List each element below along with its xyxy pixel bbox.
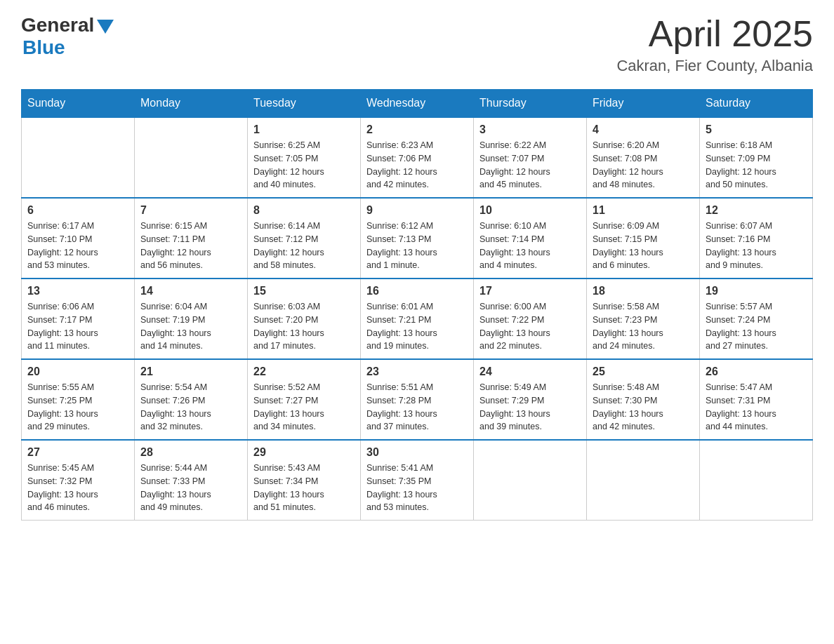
day-number: 22 <box>253 365 355 378</box>
column-header-tuesday: Tuesday <box>248 90 361 118</box>
calendar-cell <box>135 117 248 198</box>
month-title: April 2025 <box>616 14 813 54</box>
day-info: Sunrise: 5:44 AM Sunset: 7:33 PM Dayligh… <box>140 462 241 514</box>
day-number: 25 <box>593 365 694 378</box>
week-row-2: 6Sunrise: 6:17 AM Sunset: 7:10 PM Daylig… <box>22 198 813 279</box>
calendar-cell: 14Sunrise: 6:04 AM Sunset: 7:19 PM Dayli… <box>135 279 248 359</box>
logo-blue-text: Blue <box>22 36 65 59</box>
calendar-cell: 30Sunrise: 5:41 AM Sunset: 7:35 PM Dayli… <box>361 440 474 521</box>
day-info: Sunrise: 5:49 AM Sunset: 7:29 PM Dayligh… <box>479 381 581 434</box>
day-number: 5 <box>706 123 807 136</box>
day-number: 4 <box>593 123 694 136</box>
calendar-cell: 15Sunrise: 6:03 AM Sunset: 7:20 PM Dayli… <box>248 279 361 359</box>
day-info: Sunrise: 6:17 AM Sunset: 7:10 PM Dayligh… <box>27 220 128 272</box>
calendar-cell: 4Sunrise: 6:20 AM Sunset: 7:08 PM Daylig… <box>587 117 700 198</box>
day-info: Sunrise: 6:25 AM Sunset: 7:05 PM Dayligh… <box>253 139 355 192</box>
day-number: 6 <box>27 204 128 217</box>
calendar-cell: 1Sunrise: 6:25 AM Sunset: 7:05 PM Daylig… <box>248 117 361 198</box>
calendar-cell: 8Sunrise: 6:14 AM Sunset: 7:12 PM Daylig… <box>248 198 361 279</box>
location-subtitle: Cakran, Fier County, Albania <box>616 57 813 75</box>
column-header-saturday: Saturday <box>700 90 813 118</box>
calendar-cell: 18Sunrise: 5:58 AM Sunset: 7:23 PM Dayli… <box>587 279 700 359</box>
calendar-cell: 9Sunrise: 6:12 AM Sunset: 7:13 PM Daylig… <box>361 198 474 279</box>
day-info: Sunrise: 6:07 AM Sunset: 7:16 PM Dayligh… <box>706 220 807 272</box>
calendar-cell: 5Sunrise: 6:18 AM Sunset: 7:09 PM Daylig… <box>700 117 813 198</box>
day-info: Sunrise: 5:45 AM Sunset: 7:32 PM Dayligh… <box>27 462 128 514</box>
day-info: Sunrise: 5:55 AM Sunset: 7:25 PM Dayligh… <box>27 381 128 434</box>
day-info: Sunrise: 6:00 AM Sunset: 7:22 PM Dayligh… <box>479 300 581 353</box>
day-number: 21 <box>140 365 241 378</box>
calendar-cell: 25Sunrise: 5:48 AM Sunset: 7:30 PM Dayli… <box>587 359 700 440</box>
calendar-cell: 2Sunrise: 6:23 AM Sunset: 7:06 PM Daylig… <box>361 117 474 198</box>
day-info: Sunrise: 6:06 AM Sunset: 7:17 PM Dayligh… <box>27 300 128 353</box>
day-number: 28 <box>140 446 241 459</box>
calendar-cell: 22Sunrise: 5:52 AM Sunset: 7:27 PM Dayli… <box>248 359 361 440</box>
day-info: Sunrise: 6:09 AM Sunset: 7:15 PM Dayligh… <box>593 220 694 272</box>
day-number: 15 <box>253 285 355 297</box>
day-number: 19 <box>706 285 807 297</box>
calendar-cell <box>587 440 700 521</box>
column-header-wednesday: Wednesday <box>361 90 474 118</box>
column-header-thursday: Thursday <box>474 90 587 118</box>
calendar-cell: 28Sunrise: 5:44 AM Sunset: 7:33 PM Dayli… <box>135 440 248 521</box>
day-number: 14 <box>140 285 241 297</box>
calendar-cell: 19Sunrise: 5:57 AM Sunset: 7:24 PM Dayli… <box>700 279 813 359</box>
calendar-cell: 23Sunrise: 5:51 AM Sunset: 7:28 PM Dayli… <box>361 359 474 440</box>
day-info: Sunrise: 5:54 AM Sunset: 7:26 PM Dayligh… <box>140 381 241 434</box>
day-info: Sunrise: 5:52 AM Sunset: 7:27 PM Dayligh… <box>253 381 355 434</box>
day-info: Sunrise: 5:47 AM Sunset: 7:31 PM Dayligh… <box>706 381 807 434</box>
day-number: 8 <box>253 204 355 217</box>
week-row-5: 27Sunrise: 5:45 AM Sunset: 7:32 PM Dayli… <box>22 440 813 521</box>
calendar-cell: 21Sunrise: 5:54 AM Sunset: 7:26 PM Dayli… <box>135 359 248 440</box>
day-info: Sunrise: 5:51 AM Sunset: 7:28 PM Dayligh… <box>366 381 468 434</box>
calendar-cell: 11Sunrise: 6:09 AM Sunset: 7:15 PM Dayli… <box>587 198 700 279</box>
day-info: Sunrise: 6:22 AM Sunset: 7:07 PM Dayligh… <box>479 139 581 192</box>
day-info: Sunrise: 6:04 AM Sunset: 7:19 PM Dayligh… <box>140 300 241 353</box>
calendar-cell: 27Sunrise: 5:45 AM Sunset: 7:32 PM Dayli… <box>22 440 135 521</box>
calendar-cell <box>700 440 813 521</box>
day-number: 11 <box>593 204 694 217</box>
day-info: Sunrise: 6:18 AM Sunset: 7:09 PM Dayligh… <box>706 139 807 192</box>
calendar-cell <box>474 440 587 521</box>
day-number: 3 <box>479 123 581 136</box>
day-number: 17 <box>479 285 581 297</box>
page-header: General Blue April 2025 Cakran, Fier Cou… <box>21 14 813 75</box>
day-number: 16 <box>366 285 468 297</box>
calendar-cell: 6Sunrise: 6:17 AM Sunset: 7:10 PM Daylig… <box>22 198 135 279</box>
day-number: 9 <box>366 204 468 217</box>
logo: General Blue <box>21 14 114 59</box>
day-info: Sunrise: 6:14 AM Sunset: 7:12 PM Dayligh… <box>253 220 355 272</box>
day-number: 26 <box>706 365 807 378</box>
day-number: 24 <box>479 365 581 378</box>
calendar-cell: 10Sunrise: 6:10 AM Sunset: 7:14 PM Dayli… <box>474 198 587 279</box>
logo-triangle-icon <box>97 20 114 34</box>
calendar-cell <box>22 117 135 198</box>
day-number: 7 <box>140 204 241 217</box>
calendar-cell: 24Sunrise: 5:49 AM Sunset: 7:29 PM Dayli… <box>474 359 587 440</box>
day-info: Sunrise: 6:10 AM Sunset: 7:14 PM Dayligh… <box>479 220 581 272</box>
day-number: 29 <box>253 446 355 459</box>
week-row-3: 13Sunrise: 6:06 AM Sunset: 7:17 PM Dayli… <box>22 279 813 359</box>
day-info: Sunrise: 6:03 AM Sunset: 7:20 PM Dayligh… <box>253 300 355 353</box>
day-number: 12 <box>706 204 807 217</box>
day-info: Sunrise: 5:57 AM Sunset: 7:24 PM Dayligh… <box>706 300 807 353</box>
calendar-cell: 13Sunrise: 6:06 AM Sunset: 7:17 PM Dayli… <box>22 279 135 359</box>
calendar-cell: 7Sunrise: 6:15 AM Sunset: 7:11 PM Daylig… <box>135 198 248 279</box>
calendar-cell: 16Sunrise: 6:01 AM Sunset: 7:21 PM Dayli… <box>361 279 474 359</box>
calendar-cell: 26Sunrise: 5:47 AM Sunset: 7:31 PM Dayli… <box>700 359 813 440</box>
week-row-1: 1Sunrise: 6:25 AM Sunset: 7:05 PM Daylig… <box>22 117 813 198</box>
calendar-cell: 3Sunrise: 6:22 AM Sunset: 7:07 PM Daylig… <box>474 117 587 198</box>
column-header-sunday: Sunday <box>22 90 135 118</box>
day-info: Sunrise: 6:20 AM Sunset: 7:08 PM Dayligh… <box>593 139 694 192</box>
column-header-friday: Friday <box>587 90 700 118</box>
week-row-4: 20Sunrise: 5:55 AM Sunset: 7:25 PM Dayli… <box>22 359 813 440</box>
day-number: 30 <box>366 446 468 459</box>
day-info: Sunrise: 5:58 AM Sunset: 7:23 PM Dayligh… <box>593 300 694 353</box>
calendar-cell: 20Sunrise: 5:55 AM Sunset: 7:25 PM Dayli… <box>22 359 135 440</box>
logo-general-text: General <box>21 14 94 36</box>
day-number: 10 <box>479 204 581 217</box>
day-info: Sunrise: 5:48 AM Sunset: 7:30 PM Dayligh… <box>593 381 694 434</box>
day-info: Sunrise: 5:43 AM Sunset: 7:34 PM Dayligh… <box>253 462 355 514</box>
day-info: Sunrise: 5:41 AM Sunset: 7:35 PM Dayligh… <box>366 462 468 514</box>
day-number: 1 <box>253 123 355 136</box>
